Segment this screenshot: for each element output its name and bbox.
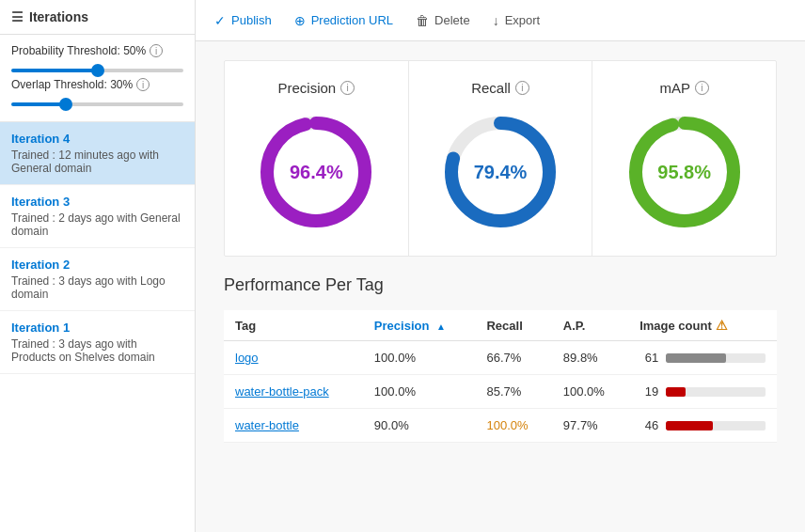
performance-section: Performance Per Tag Tag Precision ▲ Reca… — [224, 275, 777, 443]
table-row: water-bottle-pack 100.0% 85.7% 100.0% 19 — [224, 375, 777, 409]
iteration-name: Iteration 4 — [11, 132, 183, 146]
export-label: Export — [505, 13, 541, 27]
sidebar-title: Iterations — [29, 9, 88, 24]
table-row: logo 100.0% 66.7% 89.8% 61 — [224, 341, 777, 375]
cell-tag: water-bottle-pack — [224, 375, 363, 409]
delete-button[interactable]: 🗑 Delete — [416, 9, 470, 32]
cell-image-count: 61 — [628, 341, 777, 375]
cell-ap: 89.8% — [552, 341, 628, 375]
cell-recall: 100.0% — [475, 409, 551, 443]
recall-info-icon[interactable]: i — [515, 81, 529, 95]
iteration-detail: Trained : 3 days ago with Logo domain — [11, 274, 183, 301]
performance-section-title: Performance Per Tag — [224, 275, 777, 295]
iteration-name: Iteration 3 — [11, 195, 183, 209]
chart-item-precision: Precision i 96.4% — [225, 61, 409, 256]
iteration-name: Iteration 1 — [11, 321, 183, 335]
sidebar-header: ☰ Iterations — [0, 0, 195, 35]
precision-info-icon[interactable]: i — [340, 81, 355, 95]
chart-item-recall: Recall i 79.4% — [409, 61, 593, 256]
th-precision[interactable]: Precision ▲ — [363, 310, 476, 341]
probability-threshold-slider[interactable] — [11, 69, 183, 72]
overlap-threshold-slider[interactable] — [11, 102, 183, 106]
tag-link[interactable]: water-bottle — [235, 418, 299, 432]
prediction-url-label: Prediction URL — [311, 13, 393, 27]
tag-link[interactable]: water-bottle-pack — [235, 384, 329, 399]
overlap-threshold-label: Overlap Threshold: 30% i — [11, 78, 183, 91]
warning-icon: ⚠ — [716, 318, 728, 333]
donut-recall: 79.4% — [439, 111, 561, 233]
charts-row: Precision i 96.4% Recall i 79.4% — [224, 60, 777, 257]
iteration-list: Iteration 4 Trained : 12 minutes ago wit… — [0, 122, 195, 374]
chart-title-map: mAP i — [659, 80, 709, 96]
cell-ap: 100.0% — [552, 375, 628, 409]
cell-precision: 100.0% — [363, 375, 476, 409]
export-button[interactable]: ↓ Export — [493, 9, 541, 32]
chart-title-recall: Recall i — [471, 80, 529, 96]
bar-fill — [666, 421, 713, 430]
publish-icon: ✓ — [214, 13, 226, 28]
export-icon: ↓ — [493, 13, 499, 28]
delete-icon: 🗑 — [416, 13, 429, 28]
image-count-bar — [666, 387, 766, 397]
table-header-row: Tag Precision ▲ Recall A.P. Image count … — [224, 310, 777, 341]
delete-label: Delete — [434, 13, 470, 27]
th-ap: A.P. — [552, 310, 628, 341]
iteration-detail: Trained : 2 days ago with General domain — [11, 211, 183, 238]
image-count-bar — [666, 353, 766, 363]
image-count-value: 19 — [639, 384, 658, 399]
prediction-url-button[interactable]: ⊕ Prediction URL — [294, 9, 393, 32]
iteration-item-3[interactable]: Iteration 2 Trained : 3 days ago with Lo… — [0, 248, 195, 311]
th-tag: Tag — [224, 310, 363, 341]
iteration-item-4[interactable]: Iteration 1 Trained : 3 days ago with Pr… — [0, 311, 195, 374]
toolbar: ✓ Publish ⊕ Prediction URL 🗑 Delete ↓ Ex… — [196, 0, 805, 41]
table-row: water-bottle 90.0% 100.0% 97.7% 46 — [224, 409, 777, 443]
tag-link[interactable]: logo — [235, 351, 259, 365]
bar-fill — [666, 353, 725, 363]
donut-value-recall: 79.4% — [474, 162, 528, 183]
overlap-info-icon[interactable]: i — [136, 78, 150, 91]
cell-precision: 100.0% — [363, 341, 476, 375]
probability-info-icon[interactable]: i — [150, 44, 163, 57]
th-recall: Recall — [475, 310, 551, 341]
main-content: ✓ Publish ⊕ Prediction URL 🗑 Delete ↓ Ex… — [196, 0, 805, 532]
iteration-detail: Trained : 12 minutes ago with General do… — [11, 149, 183, 175]
iteration-name: Iteration 2 — [11, 258, 183, 272]
sidebar: ☰ Iterations Probability Threshold: 50% … — [0, 0, 196, 532]
iterations-icon: ☰ — [11, 9, 24, 24]
chart-item-map: mAP i 95.8% — [592, 61, 776, 256]
cell-ap: 97.7% — [552, 409, 628, 443]
publish-button[interactable]: ✓ Publish — [214, 9, 272, 32]
sort-precision-icon: ▲ — [436, 321, 446, 332]
prediction-url-icon: ⊕ — [294, 13, 306, 28]
cell-image-count: 46 — [628, 409, 777, 443]
threshold-section: Probability Threshold: 50% i Overlap Thr… — [0, 35, 195, 122]
cell-image-count: 19 — [628, 375, 777, 409]
probability-threshold-label: Probability Threshold: 50% i — [11, 44, 183, 57]
donut-value-precision: 96.4% — [290, 162, 343, 183]
iteration-item-1[interactable]: Iteration 4 Trained : 12 minutes ago wit… — [0, 122, 195, 185]
donut-value-map: 95.8% — [657, 162, 711, 183]
content-area: Precision i 96.4% Recall i 79.4% — [196, 41, 805, 532]
donut-precision: 96.4% — [255, 111, 377, 233]
cell-recall: 66.7% — [475, 341, 551, 375]
cell-precision: 90.0% — [363, 409, 476, 443]
publish-label: Publish — [231, 13, 272, 27]
image-count-value: 46 — [639, 418, 658, 432]
cell-tag: water-bottle — [224, 409, 363, 443]
image-count-value: 61 — [639, 351, 658, 365]
cell-tag: logo — [224, 341, 363, 375]
iteration-detail: Trained : 3 days ago with Products on Sh… — [11, 337, 183, 364]
performance-table: Tag Precision ▲ Recall A.P. Image count … — [224, 310, 777, 443]
map-info-icon[interactable]: i — [695, 81, 709, 95]
chart-title-precision: Precision i — [277, 80, 355, 96]
bar-fill — [666, 387, 686, 397]
donut-map: 95.8% — [623, 111, 746, 233]
iteration-item-2[interactable]: Iteration 3 Trained : 2 days ago with Ge… — [0, 185, 195, 248]
cell-recall: 85.7% — [475, 375, 551, 409]
image-count-bar — [666, 421, 766, 430]
th-image-count: Image count ⚠ — [628, 310, 777, 341]
